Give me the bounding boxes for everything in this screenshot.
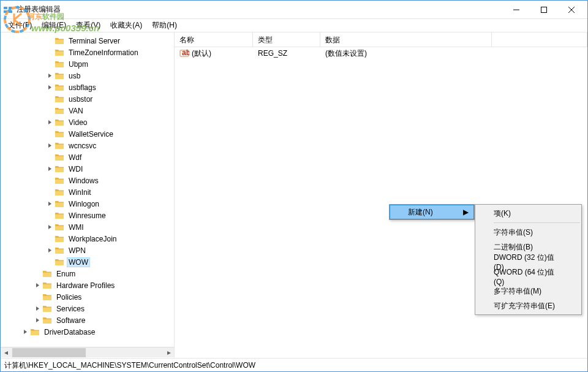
ctx-new[interactable]: 新建(N) ▶ [390, 205, 474, 219]
tree-item[interactable]: Windows [1, 175, 174, 186]
ctx-expand[interactable]: 可扩充字符串值(E) [475, 298, 581, 313]
expand-icon[interactable] [46, 72, 53, 80]
folder-icon [55, 258, 64, 267]
tree-item-label: wcncsvc [67, 141, 98, 151]
tree-item-label: Hardware Profiles [55, 281, 116, 290]
minimize-button[interactable] [502, 1, 530, 18]
list-body[interactable]: ab (默认) REG_SZ (数值未设置) [175, 47, 587, 59]
maximize-button[interactable] [530, 1, 557, 18]
tree-item[interactable]: Services [1, 303, 174, 314]
folder-icon [55, 107, 64, 115]
folder-icon [55, 118, 64, 127]
tree-item[interactable]: Video [1, 116, 174, 128]
folder-icon [55, 223, 64, 232]
tree-item-label: Terminal Server [67, 36, 122, 46]
svg-rect-5 [541, 7, 546, 12]
value-name: (默认) [192, 48, 211, 59]
folder-icon [55, 165, 64, 173]
col-data[interactable]: 数据 [320, 32, 492, 47]
expand-icon[interactable] [34, 317, 41, 324]
folder-icon [42, 270, 52, 278]
tree-item[interactable]: Hardware Profiles [1, 279, 174, 291]
ctx-multi[interactable]: 多字符串值(M) [475, 284, 581, 298]
tree-item[interactable]: Policies [1, 291, 174, 303]
folder-icon [42, 316, 52, 325]
app-icon [3, 5, 13, 15]
folder-icon [55, 60, 64, 69]
expand-icon[interactable] [46, 200, 53, 208]
ctx-new-label: 新建(N) [408, 207, 433, 218]
menu-edit[interactable]: 编辑(E) [37, 19, 71, 32]
expand-icon[interactable] [46, 247, 53, 254]
tree-item[interactable]: WinInit [1, 186, 174, 198]
tree-item[interactable]: WorkplaceJoin [1, 233, 174, 245]
folder-icon [55, 72, 64, 80]
close-button[interactable] [557, 1, 585, 18]
folder-icon [55, 153, 64, 162]
folder-icon [42, 293, 52, 302]
ctx-key[interactable]: 项(K) [475, 206, 581, 221]
col-spacer [492, 32, 587, 47]
tree-item[interactable]: Software [1, 314, 174, 326]
tree-item[interactable]: DriverDatabase [1, 326, 174, 338]
tree-item[interactable]: WDI [1, 163, 174, 175]
tree-item-label: Winresume [67, 211, 108, 221]
expand-icon[interactable] [46, 224, 53, 231]
col-type[interactable]: 类型 [253, 32, 320, 47]
tree-item[interactable]: VAN [1, 105, 174, 116]
scroll-thumb[interactable] [12, 348, 86, 357]
tree-item[interactable]: Ubpm [1, 58, 174, 70]
tree-item-label: Software [55, 316, 87, 325]
tree-item[interactable]: TimeZoneInformation [1, 47, 174, 58]
tree-item[interactable]: wcncsvc [1, 140, 174, 151]
tree-hscrollbar[interactable]: ◂ ▸ [1, 347, 174, 357]
tree-item[interactable]: Enum [1, 268, 174, 279]
tree-item[interactable]: WMI [1, 221, 174, 233]
tree-item[interactable]: WOW [1, 256, 174, 268]
tree-item[interactable]: WalletService [1, 128, 174, 140]
tree-item[interactable]: Wdf [1, 151, 174, 163]
tree-item-label: WDI [67, 164, 85, 174]
ctx-string[interactable]: 字符串值(S) [475, 225, 581, 240]
tree-item[interactable]: WPN [1, 245, 174, 256]
folder-icon [55, 95, 64, 104]
svg-rect-3 [9, 10, 12, 13]
svg-rect-1 [9, 7, 12, 9]
menu-help[interactable]: 帮助(H) [147, 19, 182, 32]
scroll-left-icon[interactable]: ◂ [1, 347, 11, 357]
expand-icon[interactable] [46, 119, 53, 126]
col-name[interactable]: 名称 [175, 32, 253, 47]
tree-item-label: usb [67, 71, 82, 81]
tree-scroll[interactable]: Terminal ServerTimeZoneInformationUbpmus… [1, 32, 174, 346]
tree-item[interactable]: usbstor [1, 93, 174, 105]
tree-item[interactable]: Winlogon [1, 198, 174, 210]
tree-item[interactable]: usb [1, 70, 174, 82]
menu-file[interactable]: 文件(F) [3, 19, 37, 32]
tree-item[interactable]: usbflags [1, 82, 174, 93]
context-menu: 新建(N) ▶ [389, 204, 475, 220]
expand-icon[interactable] [46, 165, 53, 173]
tree-item[interactable]: Terminal Server [1, 35, 174, 47]
titlebar: 注册表编辑器 [1, 1, 587, 19]
expand-icon[interactable] [46, 142, 53, 150]
folder-icon [55, 48, 64, 57]
tree-item-label: WOW [67, 257, 90, 267]
ctx-qword[interactable]: QWORD (64 位)值(Q) [475, 269, 581, 284]
folder-icon [55, 130, 64, 139]
list-row[interactable]: ab (默认) REG_SZ (数值未设置) [175, 47, 587, 59]
tree-item[interactable]: Winresume [1, 210, 174, 221]
list-panel: 名称 类型 数据 ab (默认) REG_SZ (数值未设置) 新建(N) ▶ [175, 32, 587, 357]
list-header: 名称 类型 数据 [175, 32, 587, 47]
tree-item-label: usbflags [67, 83, 98, 93]
expand-icon[interactable] [34, 282, 41, 289]
expand-icon[interactable] [21, 328, 29, 336]
folder-icon [42, 305, 52, 313]
menu-view[interactable]: 查看(V) [71, 19, 105, 32]
expand-icon[interactable] [34, 305, 41, 313]
expand-icon[interactable] [46, 84, 53, 91]
menu-favorites[interactable]: 收藏夹(A) [105, 19, 147, 32]
scroll-right-icon[interactable]: ▸ [164, 347, 174, 357]
main-area: Terminal ServerTimeZoneInformationUbpmus… [1, 32, 587, 357]
folder-icon [55, 211, 64, 220]
tree-item-label: Ubpm [67, 59, 90, 69]
